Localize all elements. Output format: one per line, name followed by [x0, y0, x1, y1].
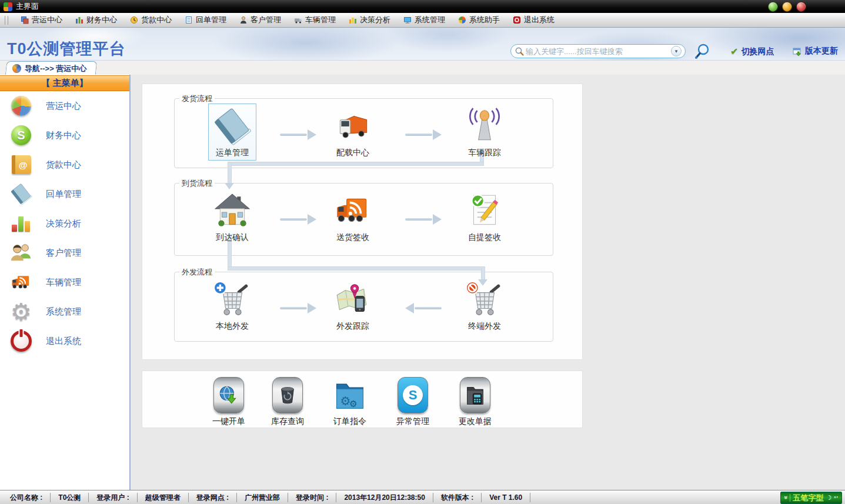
switch-branch-link[interactable]: ✔ 切换网点 — [730, 46, 774, 57]
trash-can-icon — [278, 385, 298, 406]
header-banner: T0公测管理平台 ▾ ✔ 切换网点 版本更新 — [0, 28, 845, 61]
gear-icon: ⚙ — [9, 300, 33, 323]
flow-item-delivery-sign[interactable]: 送货签收 — [315, 188, 391, 245]
svg-text:⚙: ⚙ — [349, 399, 358, 409]
flow-item-terminal-outsource[interactable]: 终端外发 — [446, 277, 523, 334]
status-branch-value: 广州营业部 — [237, 493, 288, 502]
sidebar-item-customer-management[interactable]: 客户管理 — [0, 238, 129, 268]
menu-customer-management[interactable]: 客户管理 — [233, 13, 288, 27]
update-window-icon — [793, 47, 802, 56]
document-icon — [185, 16, 193, 24]
sidebar-item-vehicle-management[interactable]: 车辆管理 — [0, 268, 129, 297]
check-icon: ✔ — [730, 46, 738, 57]
search-dropdown-arrow[interactable]: ▾ — [671, 46, 682, 56]
search-input[interactable] — [525, 46, 671, 56]
users-icon — [9, 241, 33, 265]
search-icon — [515, 46, 525, 56]
menu-system-assistant[interactable]: 系统助手 — [452, 13, 506, 27]
pie-chart-icon — [9, 94, 33, 118]
flow-item-outsource-tracking[interactable]: 外发跟踪 — [315, 277, 391, 334]
input-method-indicator[interactable]: » 五笔字型 ☽ °' — [780, 492, 842, 504]
cart-plus-icon — [213, 281, 252, 319]
blue-book-icon — [9, 182, 33, 206]
menu-operations-center[interactable]: 营运中心 — [14, 13, 69, 27]
app-pinwheel-icon — [4, 2, 12, 11]
status-user-value: 超级管理者 — [138, 493, 189, 502]
power-icon — [9, 329, 33, 353]
skype-green-icon: S — [9, 124, 33, 147]
menu-payment-center[interactable]: 货款中心 — [123, 13, 178, 27]
house-icon — [213, 192, 252, 231]
quick-action-inventory-query[interactable]: 库存查询 — [258, 377, 317, 427]
status-bar: 公司名称 : T0公测 登录用户 : 超级管理者 登录网点 : 广州营业部 登录… — [0, 490, 845, 504]
arrow-right-icon — [405, 129, 442, 140]
skype-blue-icon: S — [403, 385, 423, 405]
flow-item-waybill-management[interactable]: 运单管理 — [194, 104, 270, 161]
sidebar-item-exit-system[interactable]: 退出系统 — [0, 326, 129, 356]
search-go-icon[interactable] — [693, 43, 710, 61]
quick-action-order-instruction[interactable]: ⚙⚙ 订单指令 — [320, 377, 379, 427]
groupbox-shipping-flow: 发货流程 运单管理 配载中心 — [174, 98, 553, 168]
status-login-time-label: 登录时间 : — [288, 493, 336, 502]
groupbox-outsource-flow: 外发流程 本地外发 外发跟踪 — [174, 272, 553, 342]
status-company-label: 公司名称 : — [2, 493, 51, 502]
quick-action-one-click-billing[interactable]: 一键开单 — [199, 377, 258, 427]
pinwheel-icon — [458, 16, 466, 24]
sidebar-item-payment-center[interactable]: @ 货款中心 — [0, 150, 129, 179]
coin-clock-icon — [130, 16, 138, 24]
version-update-link[interactable]: 版本更新 — [793, 46, 838, 56]
waybill-book-icon — [213, 107, 252, 146]
connector-line — [228, 162, 231, 183]
ime-name: 五笔字型 — [793, 493, 823, 503]
signed-document-icon — [465, 192, 504, 231]
connector-line — [228, 162, 483, 165]
globe-download-icon — [218, 384, 240, 406]
folder-calculator-icon — [465, 384, 486, 406]
menu-exit-system[interactable]: 退出系统 — [506, 13, 561, 27]
sidebar-item-operations-center[interactable]: 营运中心 — [0, 91, 129, 121]
window-titlebar: 主界面 — [0, 0, 845, 13]
menu-decision-analysis[interactable]: 决策分析 — [342, 13, 397, 27]
menu-finance-center[interactable]: 财务中心 — [69, 13, 123, 27]
sidebar-item-system-management[interactable]: ⚙ 系统管理 — [0, 297, 129, 326]
van-icon — [294, 16, 302, 24]
address-book-icon: @ — [9, 153, 33, 176]
tab-navigation-operations[interactable]: 导航-->> 营运中心 — [5, 61, 98, 75]
window-title: 主界面 — [16, 1, 39, 12]
sidebar-item-receipt-management[interactable]: 回单管理 — [0, 179, 129, 209]
flow-item-loading-center[interactable]: 配载中心 — [315, 104, 391, 161]
folder-gears-icon: ⚙⚙ — [335, 378, 365, 412]
browser-globe-icon — [12, 64, 21, 73]
flow-item-vehicle-tracking[interactable]: 车辆跟踪 — [446, 104, 523, 161]
flow-item-pickup-sign[interactable]: 自提签收 — [446, 188, 523, 245]
status-login-time-value: 2013年12月20日12:38:50 — [336, 493, 433, 502]
flow-item-local-outsource[interactable]: 本地外发 — [194, 277, 270, 334]
arrow-right-icon — [280, 129, 316, 140]
punctuation-mode-icon: °' — [834, 495, 839, 501]
toolbar-grip[interactable] — [5, 16, 8, 25]
app-title: T0公测管理平台 — [7, 38, 126, 59]
sidebar-item-decision-analysis[interactable]: 决策分析 — [0, 209, 129, 238]
flow-item-arrival-confirm[interactable]: 到达确认 — [194, 188, 270, 245]
menu-receipt-management[interactable]: 回单管理 — [178, 13, 233, 27]
status-branch-label: 登录网点 : — [189, 493, 237, 502]
minimize-button[interactable] — [768, 2, 778, 12]
groupbox-title: 到货流程 — [179, 178, 215, 189]
sidebar-item-finance-center[interactable]: S 财务中心 — [0, 121, 129, 150]
arrow-left-icon — [405, 303, 442, 313]
cart-block-icon — [465, 281, 504, 319]
tab-label: 导航-->> 营运中心 — [25, 64, 86, 74]
menu-system-management[interactable]: 系统管理 — [397, 13, 452, 27]
close-button[interactable] — [796, 2, 806, 12]
quick-action-exception-management[interactable]: S 异常管理 — [383, 377, 442, 427]
rss-truck-icon — [333, 192, 372, 231]
menu-vehicle-management[interactable]: 车辆管理 — [288, 13, 342, 27]
tab-strip: 导航-->> 营运中心 — [0, 61, 845, 75]
search-box: ▾ — [510, 44, 686, 58]
moon-icon: ☽ — [826, 494, 831, 502]
maximize-button[interactable] — [782, 2, 792, 12]
ime-divider — [790, 494, 790, 502]
connector-line — [228, 267, 485, 270]
quick-action-modify-document[interactable]: 更改单据 — [446, 377, 505, 427]
bars-chart-icon — [9, 212, 33, 235]
